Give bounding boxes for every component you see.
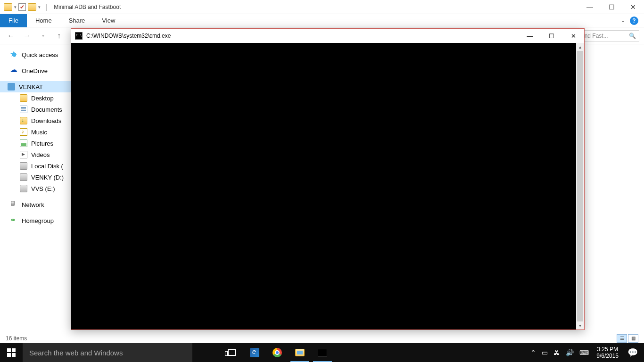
sidebar-label: Quick access	[22, 51, 58, 58]
documents-icon	[20, 106, 27, 113]
tab-share[interactable]: Share	[60, 14, 94, 27]
icons-view-button[interactable]: ▦	[628, 334, 638, 343]
window-title: Minimal ADB and Fastboot	[54, 4, 121, 10]
cmd-close-button[interactable]: ✕	[562, 29, 584, 43]
tray-volume-icon[interactable]: 🔊	[563, 349, 577, 356]
sidebar-label: Music	[31, 129, 47, 136]
tray-chevron-icon[interactable]: ⌃	[528, 349, 539, 356]
cmd-icon	[318, 349, 327, 356]
sidebar-label: Documents	[31, 106, 62, 113]
disk-icon	[20, 185, 27, 192]
cmd-window: C:\WINDOWS\system32\cmd.exe — ☐ ✕ ▴ ▾	[71, 28, 585, 330]
chrome-icon	[272, 348, 282, 357]
taskbar-app-cmd[interactable]	[311, 343, 334, 362]
qat-customize-icon[interactable]: ▾	[38, 5, 41, 9]
network-icon	[10, 201, 18, 208]
tab-file[interactable]: File	[0, 14, 27, 27]
pc-icon	[8, 83, 15, 90]
back-button[interactable]: ←	[5, 30, 17, 42]
tray-network-icon[interactable]: 🖧	[551, 349, 563, 356]
up-button[interactable]: ↑	[53, 30, 65, 42]
sidebar-label: VENKY (D:)	[31, 174, 64, 181]
cmd-scrollbar[interactable]: ▴ ▾	[576, 43, 584, 329]
sidebar-label: Downloads	[31, 117, 61, 124]
explorer-icon	[295, 349, 305, 356]
scroll-down-icon[interactable]: ▾	[576, 321, 584, 329]
action-center-button[interactable]: 💬	[623, 343, 642, 362]
sidebar-label: Pictures	[31, 140, 53, 147]
folder-icon	[4, 3, 12, 11]
search-placeholder: Search the web and Windows	[29, 349, 123, 357]
clock-time: 3:25 PM	[596, 346, 619, 353]
scroll-up-icon[interactable]: ▴	[576, 43, 584, 51]
qat-dropdown-icon[interactable]: ▾	[14, 5, 17, 9]
close-button[interactable]: ✕	[622, 0, 644, 14]
clock-date: 9/6/2015	[596, 353, 619, 359]
tab-view[interactable]: View	[93, 14, 124, 27]
homegroup-icon	[10, 217, 18, 224]
tray-battery-icon[interactable]: ▭	[539, 349, 551, 356]
sidebar-label: Desktop	[31, 95, 54, 102]
search-icon: 🔍	[629, 33, 636, 39]
separator: |	[45, 3, 47, 11]
details-view-button[interactable]: ☰	[617, 334, 627, 343]
downloads-icon	[20, 117, 27, 124]
pictures-icon	[20, 140, 27, 147]
status-bar: 16 items ☰ ▦	[0, 333, 644, 343]
cmd-body[interactable]: ▴ ▾	[71, 43, 584, 329]
ribbon-collapse-icon[interactable]: ⌄	[621, 17, 625, 24]
cloud-icon	[10, 67, 18, 74]
properties-icon[interactable]: ✔	[18, 3, 26, 11]
taskbar-app-chrome[interactable]	[266, 343, 289, 362]
windows-logo-icon	[7, 348, 16, 357]
forward-button[interactable]: →	[21, 30, 33, 42]
task-view-icon	[228, 349, 236, 356]
taskbar-clock[interactable]: 3:25 PM 9/6/2015	[592, 346, 623, 359]
minimize-button[interactable]: —	[579, 0, 601, 14]
sidebar-label: VENKAT	[19, 83, 43, 90]
cmd-minimize-button[interactable]: —	[519, 29, 541, 43]
explorer-titlebar: ▾ ✔ ▾ | Minimal ADB and Fastboot — ☐ ✕	[0, 0, 644, 14]
disk-icon	[20, 162, 27, 170]
edge-icon	[250, 348, 259, 357]
disk-icon	[20, 173, 27, 181]
videos-icon	[20, 151, 27, 158]
help-icon[interactable]: ?	[630, 16, 638, 25]
sidebar-label: VVS (E:)	[31, 185, 55, 192]
taskbar-app-explorer[interactable]	[289, 343, 311, 362]
sidebar-label: Homegroup	[22, 217, 54, 224]
sidebar-label: Videos	[31, 151, 50, 158]
taskbar-search-input[interactable]: Search the web and Windows	[23, 343, 192, 362]
new-folder-icon[interactable]	[28, 3, 36, 11]
tray-keyboard-icon[interactable]: ⌨	[577, 349, 592, 356]
folder-icon	[20, 94, 27, 102]
history-dropdown-icon[interactable]: ▾	[37, 30, 49, 42]
start-button[interactable]	[0, 343, 23, 362]
sidebar-label: Network	[22, 201, 44, 208]
sidebar-label: OneDrive	[22, 67, 48, 74]
maximize-button[interactable]: ☐	[601, 0, 622, 14]
cmd-title: C:\WINDOWS\system32\cmd.exe	[86, 33, 171, 39]
tab-home[interactable]: Home	[27, 14, 60, 27]
cmd-icon	[75, 32, 83, 40]
taskbar: Search the web and Windows ⌃ ▭ 🖧 🔊 ⌨ 3:2…	[0, 343, 644, 362]
scroll-thumb[interactable]	[577, 51, 583, 321]
sidebar-label: Local Disk (	[31, 163, 63, 170]
taskbar-app-edge[interactable]	[243, 343, 266, 362]
star-icon	[10, 51, 18, 58]
item-count: 16 items	[6, 335, 27, 342]
cmd-output[interactable]	[71, 43, 576, 329]
ribbon-tabs: File Home Share View ⌄ ?	[0, 14, 644, 27]
task-view-button[interactable]	[221, 343, 243, 362]
cmd-titlebar[interactable]: C:\WINDOWS\system32\cmd.exe — ☐ ✕	[71, 29, 584, 43]
music-icon	[20, 128, 27, 136]
cmd-maximize-button[interactable]: ☐	[541, 29, 562, 43]
